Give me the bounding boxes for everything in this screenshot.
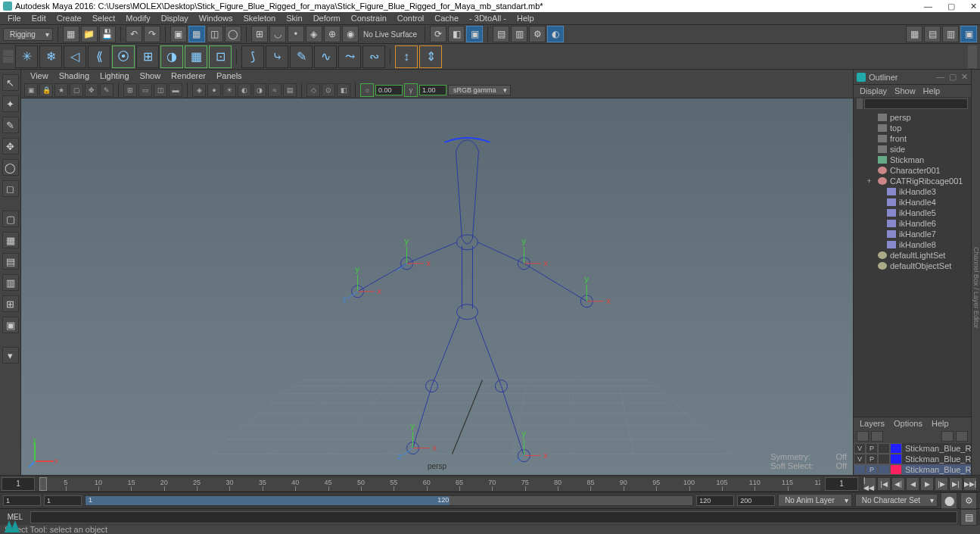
outliner-search-icon[interactable] [857,98,863,109]
undo-button[interactable]: ↶ [126,26,142,42]
menu-windows[interactable]: Windows [194,14,238,23]
outliner-menu-display[interactable]: Display [857,86,890,95]
shelf-mirror-weights-icon[interactable]: ∿ [314,45,337,68]
render-view-button[interactable]: ▣ [466,26,483,42]
save-scene-button[interactable]: 💾 [99,26,116,42]
go-start-button[interactable]: |◀◀ [863,477,876,491]
outliner-maximize[interactable]: ▢ [949,72,957,82]
shelf-tab-up[interactable] [3,50,14,56]
channelbox-tab[interactable]: Channel Box / Layer Editor [971,70,980,475]
prefs-button[interactable]: ⚙ [960,492,977,509]
step-back-key-button[interactable]: |◀ [877,477,891,491]
step-forward-key-button[interactable]: ▶| [949,477,963,491]
close-button[interactable]: ✕ [970,2,977,11]
snap-curve-button[interactable]: ◡ [269,26,286,42]
vp-menu-view[interactable]: View [26,71,53,80]
play-back-button[interactable]: ◀ [906,477,919,491]
layer-new-selected-icon[interactable] [956,431,968,442]
layers-menu-layers[interactable]: Layers [857,419,888,428]
outliner-minimize[interactable]: — [936,72,944,82]
vp-select-camera[interactable]: ▣ [24,83,38,97]
move-tool[interactable]: ✥ [2,138,19,155]
layer-color-swatch[interactable] [890,443,902,454]
menu-select[interactable]: Select [88,14,120,23]
construction-history-button[interactable]: ⟳ [430,26,446,42]
shelf-mirror-joint-icon[interactable]: ◑ [160,45,183,68]
shelf-human-ik-icon[interactable]: ⇕ [419,45,442,68]
render-settings-button[interactable]: ⚙ [529,26,546,42]
select-by-hierarchy-button[interactable]: ◫ [207,26,223,42]
layout-custom[interactable]: ▣ [2,317,19,333]
play-forward-button[interactable]: ▶ [920,477,934,491]
shelf-insert-joint-icon[interactable]: ⊞ [136,45,159,68]
outliner-item[interactable]: ikHandle7 [854,229,971,239]
outliner-item[interactable]: top [854,123,971,133]
menu-help[interactable]: Help [512,14,539,23]
lasso-tool[interactable]: ✦ [2,95,19,112]
vp-lock-camera[interactable]: 🔒 [39,83,53,97]
toggle-isolate-button[interactable]: ◧ [448,26,465,42]
vp-wireframe[interactable]: ◈ [192,83,206,97]
outliner-item[interactable]: +CATRigRibcage001 [854,176,971,186]
vp-resolution-gate[interactable]: ◫ [154,83,167,97]
paint-select-tool[interactable]: ✎ [2,117,19,133]
workspace-dropdown[interactable]: Rigging [3,28,53,41]
rotate-tool[interactable]: ◯ [2,159,19,176]
menu-create[interactable]: Create [52,14,86,23]
outliner-close[interactable]: ✕ [961,72,968,82]
outliner-item[interactable]: side [854,144,971,155]
snap-live-button[interactable]: ◉ [342,26,359,42]
vp-film-gate[interactable]: ▭ [138,83,152,97]
layer-new-empty-icon[interactable] [941,431,954,442]
vp-menu-show[interactable]: Show [135,71,166,80]
outliner-item[interactable]: ikHandle8 [854,239,971,250]
menu-control[interactable]: Control [393,14,428,23]
ipr-render-button[interactable]: ▥ [511,26,527,42]
vp-use-lights[interactable]: ☀ [222,83,236,97]
snap-plane-button[interactable]: ◈ [306,26,322,42]
new-scene-button[interactable]: ▦ [63,26,79,42]
shelf-quick-rig-icon[interactable]: ↕ [395,45,418,68]
outliner-list[interactable]: persptopfrontsideStickmanCharacter001+CA… [854,111,971,417]
vp-exposure-icon[interactable]: ☼ [360,83,374,97]
layout-single[interactable]: ▢ [2,211,19,227]
shelf-detach-skin-icon[interactable]: ⤷ [266,45,288,68]
outliner-item[interactable]: defaultLightSet [854,250,971,261]
character-set-dropdown[interactable]: No Character Set [855,494,938,507]
vp-image-plane[interactable]: ▢ [70,83,83,97]
vp-smooth-shade[interactable]: ● [207,83,221,97]
menu-deform[interactable]: Deform [309,14,345,23]
vp-gate-mask[interactable]: ▬ [169,83,182,97]
layer-row[interactable]: VPStickman_Blue_Rigged [854,454,971,464]
shelf-orient-joint-icon[interactable]: ▦ [185,45,207,68]
vp-textured[interactable]: ▤ [283,83,297,97]
layer-r-cell[interactable] [878,443,890,454]
layer-p-cell[interactable]: P [866,443,878,454]
vp-shadows[interactable]: ◐ [238,83,251,97]
shelf-ik-handle-icon[interactable]: ⊡ [209,45,232,68]
vp-ao[interactable]: ◑ [253,83,266,97]
step-back-button[interactable]: ◀| [891,477,905,491]
layout-four[interactable]: ▦ [2,232,19,248]
layer-move-up-icon[interactable] [857,431,869,442]
layer-list[interactable]: VPStickman_Blue_RiggedVPStickman_Blue_Ri… [854,443,971,475]
outliner-item[interactable]: Stickman [854,155,971,165]
vp-gamma-icon[interactable]: γ [404,83,418,97]
open-scene-button[interactable]: 📁 [81,26,98,42]
command-input[interactable] [30,511,957,523]
outliner-item[interactable]: ikHandle4 [854,197,971,208]
shelf-snap-together-icon[interactable]: ✳ [15,45,38,68]
vp-bookmark[interactable]: ★ [54,83,68,97]
shelf-copy-weights-icon[interactable]: ⤳ [338,45,361,68]
vp-grid[interactable]: ⊞ [123,83,137,97]
menu-constrain[interactable]: Constrain [347,14,391,23]
shelf-freeze-icon[interactable]: ❄ [39,45,62,68]
menu-file[interactable]: File [3,14,26,23]
viewport-3d[interactable]: xyz xy xy xy xyz xy x y persp Symmetry:O… [21,98,853,475]
snap-center-button[interactable]: ⊕ [324,26,341,42]
outliner-menu-help[interactable]: Help [920,86,944,95]
outliner-item[interactable]: front [854,133,971,144]
outliner-search-input[interactable] [864,98,968,109]
vp-grease-pencil[interactable]: ✎ [100,83,114,97]
shelf-joint-icon[interactable]: ⦿ [112,45,135,68]
